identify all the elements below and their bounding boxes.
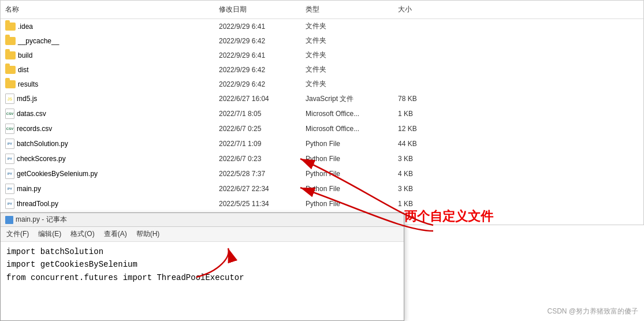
file-size: 78 KB (393, 93, 451, 104)
file-name-text: threadTool.py (17, 200, 58, 208)
file-name-cell: build (1, 50, 214, 61)
file-name-cell: PY main.py (1, 182, 214, 196)
table-row[interactable]: results 2022/9/29 6:42 文件夹 (1, 77, 643, 91)
table-row[interactable]: PY batchSolution.py 2022/7/1 1:09 Python… (1, 136, 643, 151)
file-type: 文件夹 (301, 34, 393, 47)
table-row[interactable]: PY checkScores.py 2022/6/7 0:23 Python F… (1, 151, 643, 166)
table-row[interactable]: dist 2022/9/29 6:42 文件夹 (1, 62, 643, 77)
file-type: 文件夹 (301, 77, 393, 91)
file-size: 1 KB (393, 108, 451, 120)
file-date: 2022/9/29 6:42 (214, 35, 301, 47)
file-name-cell: CSV datas.csv (1, 107, 214, 121)
file-list: .idea 2022/9/29 6:41 文件夹 __pycache__ 202… (1, 19, 643, 211)
notepad-title: main.py - 记事本 (16, 215, 67, 225)
notepad-titlebar: main.py - 记事本 (1, 213, 404, 227)
watermark: CSDN @努力养猪致富的傻子 (547, 307, 638, 316)
file-name-cell: dist (1, 64, 214, 76)
folder-icon (5, 80, 16, 88)
py-icon: PY (5, 199, 14, 209)
code-line: import batchSolution (6, 245, 398, 258)
notepad-menubar[interactable]: 文件(F)编辑(E)格式(O)查看(A)帮助(H) (1, 227, 404, 242)
file-name-text: datas.csv (17, 110, 46, 118)
file-size: 4 KB (393, 168, 451, 180)
file-name-cell: PY batchSolution.py (1, 137, 214, 151)
folder-icon (5, 51, 16, 59)
file-name-text: .idea (18, 23, 33, 31)
table-row[interactable]: CSV datas.csv 2022/7/1 8:05 Microsoft Of… (1, 106, 643, 121)
file-size (393, 25, 451, 28)
folder-icon (5, 23, 16, 31)
menu-item[interactable]: 编辑(E) (35, 228, 65, 240)
file-name-cell: PY threadTool.py (1, 197, 214, 211)
file-name-cell: PY checkScores.py (1, 152, 214, 166)
notepad-content: import batchSolutionimport getCookiesByS… (1, 242, 404, 288)
file-date: 2022/6/27 16:04 (214, 93, 301, 104)
file-size (393, 68, 451, 72)
table-row[interactable]: __pycache__ 2022/9/29 6:42 文件夹 (1, 33, 643, 48)
file-name-cell: JS md5.js (1, 92, 214, 106)
col-date-header: 修改日期 (214, 3, 301, 16)
file-date: 2022/9/29 6:41 (214, 21, 301, 32)
file-date: 2022/7/1 1:09 (214, 138, 301, 150)
code-line: import getCookiesBySelenium (6, 258, 398, 271)
file-name-text: batchSolution.py (17, 140, 68, 148)
file-type: Python File (301, 198, 393, 210)
table-row[interactable]: PY threadTool.py 2022/5/25 11:34 Python … (1, 196, 643, 211)
table-row[interactable]: build 2022/9/29 6:41 文件夹 (1, 48, 643, 62)
file-size: 3 KB (393, 153, 451, 165)
file-date: 2022/7/1 8:05 (214, 108, 301, 120)
menu-item[interactable]: 帮助(H) (133, 228, 163, 240)
file-name-text: results (18, 80, 38, 88)
folder-icon (5, 37, 16, 45)
table-row[interactable]: PY getCookiesBySelenium.py 2022/5/28 7:3… (1, 166, 643, 181)
file-name-cell: .idea (1, 21, 214, 32)
file-type: Python File (301, 168, 393, 180)
col-type-header: 类型 (301, 3, 393, 16)
annotation-label: 两个自定义文件 (404, 208, 493, 225)
file-date: 2022/5/28 7:37 (214, 168, 301, 180)
py-icon: PY (5, 154, 14, 164)
explorer-header: 名称 修改日期 类型 大小 (1, 1, 643, 19)
table-row[interactable]: PY main.py 2022/6/27 22:34 Python File 3… (1, 181, 643, 196)
table-row[interactable]: JS md5.js 2022/6/27 16:04 JavaScript 文件 … (1, 91, 643, 106)
py-icon: PY (5, 184, 14, 194)
file-type: Microsoft Office... (301, 123, 393, 135)
folder-icon (5, 66, 16, 74)
file-type: 文件夹 (301, 48, 393, 62)
file-name-text: __pycache__ (18, 37, 59, 45)
file-type: Python File (301, 138, 393, 150)
file-name-text: build (18, 51, 32, 59)
file-name-text: checkScores.py (17, 155, 66, 163)
py-icon: PY (5, 139, 14, 149)
file-size: 44 KB (393, 138, 451, 150)
file-name-text: md5.js (17, 95, 37, 103)
file-name-text: records.csv (17, 125, 52, 133)
notepad-icon (5, 216, 13, 224)
file-name-text: getCookiesBySelenium.py (17, 170, 98, 178)
js-icon: JS (5, 94, 14, 104)
file-name-cell: CSV records.csv (1, 122, 214, 136)
file-size (393, 54, 451, 57)
table-row[interactable]: CSV records.csv 2022/6/7 0:25 Microsoft … (1, 121, 643, 136)
file-type: Python File (301, 153, 393, 165)
file-date: 2022/6/7 0:25 (214, 123, 301, 135)
file-size (393, 39, 451, 43)
col-name-header: 名称 (1, 3, 214, 16)
file-size (393, 83, 451, 86)
menu-item[interactable]: 文件(F) (3, 228, 32, 240)
menu-item[interactable]: 格式(O) (67, 228, 98, 240)
file-name-cell: PY getCookiesBySelenium.py (1, 167, 214, 181)
csv-icon: CSV (5, 124, 14, 134)
file-name-cell: __pycache__ (1, 35, 214, 47)
table-row[interactable]: .idea 2022/9/29 6:41 文件夹 (1, 19, 643, 33)
file-name-text: dist (18, 66, 29, 74)
file-date: 2022/9/29 6:42 (214, 79, 301, 90)
file-type: Microsoft Office... (301, 108, 393, 120)
col-size-header: 大小 (393, 3, 451, 16)
file-name-cell: results (1, 79, 214, 90)
menu-item[interactable]: 查看(A) (100, 228, 131, 240)
file-date: 2022/9/29 6:41 (214, 50, 301, 61)
file-date: 2022/9/29 6:42 (214, 64, 301, 76)
file-date: 2022/6/27 22:34 (214, 183, 301, 195)
code-line: from concurrent.futures import ThreadPoo… (6, 271, 398, 284)
